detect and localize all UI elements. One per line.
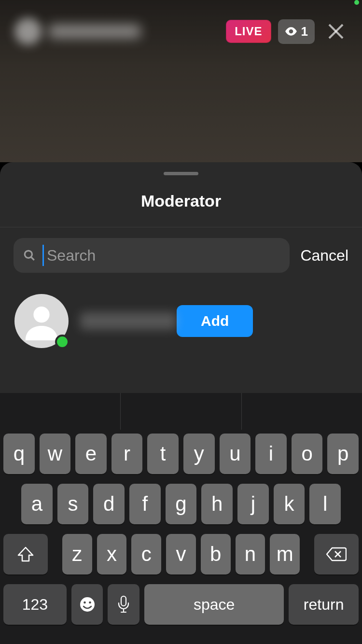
moderator-sheet: Moderator Cancel Add xyxy=(0,162,362,393)
key-a[interactable]: a xyxy=(21,484,53,524)
suggestion-slot[interactable] xyxy=(0,393,121,430)
user-list-item: Add xyxy=(0,289,362,353)
close-icon xyxy=(326,22,346,41)
key-n[interactable]: n xyxy=(236,534,265,574)
key-d[interactable]: d xyxy=(93,484,125,524)
user-name[interactable] xyxy=(80,312,177,330)
search-icon xyxy=(23,249,36,262)
text-cursor xyxy=(42,245,44,266)
keyboard: qwertyuiop asdfghjkl zxcvbnm 123 space r… xyxy=(0,393,362,644)
viewer-count-badge[interactable]: 1 xyxy=(278,19,315,44)
key-k[interactable]: k xyxy=(274,484,305,524)
add-button[interactable]: Add xyxy=(177,305,253,337)
suggestion-slot[interactable] xyxy=(242,393,362,430)
key-q[interactable]: q xyxy=(3,434,35,474)
mic-icon xyxy=(117,595,130,614)
viewer-count-text: 1 xyxy=(301,24,308,39)
key-g[interactable]: g xyxy=(166,484,197,524)
key-o[interactable]: o xyxy=(292,434,323,474)
key-p[interactable]: p xyxy=(327,434,359,474)
svg-point-9 xyxy=(89,602,91,604)
key-e[interactable]: e xyxy=(75,434,107,474)
keyboard-suggestions xyxy=(0,393,362,430)
shift-icon xyxy=(17,546,34,562)
person-icon xyxy=(22,302,61,340)
sheet-title: Moderator xyxy=(0,192,362,227)
sheet-drag-handle[interactable] xyxy=(164,172,198,175)
search-field[interactable] xyxy=(14,238,290,273)
suggestion-slot[interactable] xyxy=(121,393,241,430)
online-indicator xyxy=(55,335,70,349)
backspace-icon xyxy=(326,547,347,561)
key-w[interactable]: w xyxy=(40,434,71,474)
key-v[interactable]: v xyxy=(166,534,196,574)
cancel-button[interactable]: Cancel xyxy=(300,247,348,265)
key-r[interactable]: r xyxy=(111,434,143,474)
key-u[interactable]: u xyxy=(220,434,251,474)
svg-point-8 xyxy=(84,602,86,604)
status-dot-top xyxy=(354,0,359,5)
key-b[interactable]: b xyxy=(201,534,231,574)
key-x[interactable]: x xyxy=(97,534,127,574)
key-f[interactable]: f xyxy=(129,484,161,524)
svg-point-7 xyxy=(80,597,95,612)
svg-line-3 xyxy=(31,257,34,260)
emoji-key[interactable] xyxy=(71,584,103,625)
key-l[interactable]: l xyxy=(309,484,341,524)
eye-icon xyxy=(285,27,297,36)
live-badge: LIVE xyxy=(226,20,271,43)
key-y[interactable]: y xyxy=(183,434,215,474)
key-z[interactable]: z xyxy=(62,534,92,574)
close-button[interactable] xyxy=(324,20,348,43)
key-t[interactable]: t xyxy=(147,434,179,474)
svg-rect-10 xyxy=(121,596,126,606)
key-s[interactable]: s xyxy=(57,484,89,524)
backspace-key[interactable] xyxy=(314,534,359,574)
key-c[interactable]: c xyxy=(131,534,161,574)
broadcaster-username[interactable] xyxy=(49,25,140,38)
key-i[interactable]: i xyxy=(255,434,287,474)
key-j[interactable]: j xyxy=(237,484,269,524)
key-m[interactable]: m xyxy=(270,534,300,574)
live-header: LIVE 1 xyxy=(0,0,362,63)
key-h[interactable]: h xyxy=(201,484,233,524)
broadcaster-avatar[interactable] xyxy=(14,18,42,45)
dictation-key[interactable] xyxy=(108,584,139,625)
return-key[interactable]: return xyxy=(289,584,359,625)
emoji-icon xyxy=(79,596,96,613)
svg-point-2 xyxy=(25,251,32,258)
space-key[interactable]: space xyxy=(144,584,284,625)
svg-point-4 xyxy=(33,307,49,322)
shift-key[interactable] xyxy=(3,534,48,574)
numbers-key[interactable]: 123 xyxy=(3,584,67,625)
search-input[interactable] xyxy=(47,247,280,265)
